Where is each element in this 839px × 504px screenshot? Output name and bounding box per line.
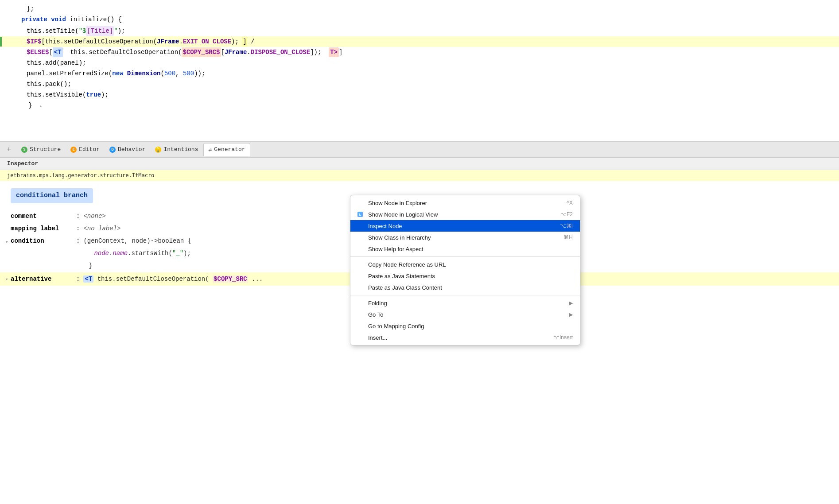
- tab-structure[interactable]: S Structure: [17, 143, 65, 156]
- gutter-mark: [0, 37, 2, 47]
- add-tab-button[interactable]: +: [4, 144, 14, 155]
- menu-item-label: Show Node in Logical View: [368, 211, 438, 218]
- code-line-close: ▴ }: [0, 100, 839, 112]
- menu-item-label: Show Class in Hierarchy: [368, 234, 431, 241]
- menu-item-shortcut: ⌥F2: [560, 211, 573, 217]
- code-line-setsize: panel.setPreferredSize(new Dimension(500…: [0, 68, 839, 79]
- menu-item-paste-java-statements[interactable]: Paste as Java Statements: [350, 270, 580, 282]
- menu-item-inspect-node[interactable]: Inspect Node ⌥⌘I: [350, 220, 580, 232]
- menu-item-go-mapping-config[interactable]: Go to Mapping Config: [350, 320, 580, 332]
- code-line-else-macro: $ELSE$[<T this.setDefaultCloseOperation(…: [0, 47, 839, 58]
- menu-item-show-node-explorer[interactable]: Show Node in Explorer ^X: [350, 197, 580, 209]
- menu-item-show-help-aspect[interactable]: Show Help for Aspect: [350, 243, 580, 255]
- field-value-condition-close: }: [83, 260, 92, 271]
- menu-item-label: Copy Node Reference as URL: [368, 261, 446, 268]
- menu-item-show-class-hierarchy[interactable]: Show Class in Hierarchy ⌘H: [350, 232, 580, 243]
- tab-editor-label: Editor: [79, 146, 100, 153]
- menu-item-label: Insert...: [368, 334, 387, 341]
- tab-structure-label: Structure: [30, 146, 61, 153]
- code-line-setvisible: this.setVisible(true);: [0, 89, 839, 100]
- menu-item-label: Inspect Node: [368, 223, 402, 229]
- menu-item-folding[interactable]: Folding ▶: [350, 297, 580, 309]
- menu-item-shortcut: ^X: [567, 200, 573, 206]
- menu-item-label: Show Help for Aspect: [368, 246, 423, 252]
- tab-editor[interactable]: E Editor: [66, 143, 104, 156]
- svg-text:L: L: [359, 213, 361, 217]
- menu-item-label: Go To: [368, 311, 383, 318]
- menu-divider-2: [350, 295, 580, 295]
- field-label-mapping: mapping label: [11, 223, 73, 234]
- menu-item-insert[interactable]: Insert... ⌥Insert: [350, 332, 580, 343]
- context-menu: Show Node in Explorer ^X L Show Node in …: [350, 195, 580, 345]
- menu-item-label: Go to Mapping Config: [368, 323, 424, 330]
- menu-item-label: Folding: [368, 300, 387, 306]
- editor-tab-icon: E: [70, 147, 77, 153]
- tab-intentions[interactable]: 💡 Intentions: [151, 143, 202, 156]
- code-line-method-decl: ▾ private void initialize() {: [0, 14, 839, 26]
- menu-item-shortcut: ⌥Insert: [553, 334, 573, 341]
- tab-generator-label: Generator: [214, 146, 245, 153]
- logical-view-icon: L: [356, 210, 365, 219]
- menu-item-shortcut: ⌘H: [563, 234, 573, 240]
- field-label-alternative: alternative: [11, 273, 73, 285]
- field-value-condition: (genContext, node)->boolean {: [83, 235, 191, 247]
- menu-item-shortcut: ⌥⌘I: [560, 223, 573, 229]
- menu-item-paste-java-class[interactable]: Paste as Java Class Content: [350, 282, 580, 293]
- code-line: };: [0, 4, 839, 14]
- menu-item-label: Paste as Java Statements: [368, 273, 435, 279]
- goto-submenu-arrow: ▶: [569, 312, 573, 318]
- structure-tab-icon: S: [21, 147, 27, 153]
- menu-item-label: Paste as Java Class Content: [368, 284, 442, 291]
- menu-item-copy-node-ref[interactable]: Copy Node Reference as URL: [350, 259, 580, 270]
- node-title: conditional branch: [11, 188, 93, 203]
- fold-icon: ▾: [30, 16, 37, 25]
- fold-close-icon: ▴: [37, 101, 44, 111]
- field-value-comment: <none>: [83, 210, 105, 222]
- alternative-fold-icon: ▾: [5, 274, 8, 285]
- code-line-add: this.add(panel);: [0, 58, 839, 68]
- field-label-condition: condition: [11, 235, 73, 247]
- tab-behavior-label: Behavior: [118, 146, 145, 153]
- generator-tab-icon: ⇄: [208, 146, 212, 153]
- inspector-header: Inspector: [0, 158, 839, 170]
- code-line-settitle: this.setTitle("$[Title]");: [0, 26, 839, 36]
- menu-divider-1: [350, 256, 580, 257]
- menu-item-label: Show Node in Explorer: [368, 200, 427, 206]
- intentions-tab-icon: 💡: [155, 147, 161, 153]
- field-label-comment: comment: [11, 210, 73, 222]
- menu-item-show-logical-view[interactable]: L Show Node in Logical View ⌥F2: [350, 209, 580, 220]
- code-line-pack: this.pack();: [0, 79, 839, 89]
- code-editor: }; ▾ private void initialize() { this.se…: [0, 0, 839, 142]
- condition-fold-icon: ▾: [5, 236, 8, 248]
- field-value-mapping: <no label>: [83, 223, 120, 234]
- tab-bar: + S Structure E Editor B Behavior 💡 Inte…: [0, 142, 839, 158]
- tab-generator[interactable]: ⇄ Generator: [203, 143, 250, 156]
- code-line-if-macro: $IF$[this.setDefaultCloseOperation(JFram…: [0, 36, 839, 47]
- menu-item-go-to[interactable]: Go To ▶: [350, 309, 580, 320]
- field-value-condition-body: node.name.startsWith("_");: [83, 248, 190, 259]
- inspector-path: jetbrains.mps.lang.generator.structure.I…: [0, 170, 839, 181]
- tab-behavior[interactable]: B Behavior: [105, 143, 150, 156]
- field-value-alternative: <T this.setDefaultCloseOperation( $COPY_…: [83, 273, 263, 285]
- folding-submenu-arrow: ▶: [569, 300, 573, 306]
- behavior-tab-icon: B: [109, 147, 116, 153]
- tab-intentions-label: Intentions: [163, 146, 198, 153]
